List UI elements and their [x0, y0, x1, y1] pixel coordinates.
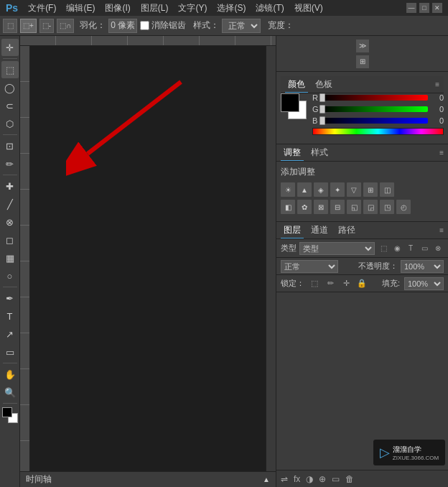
panel-expand-btn[interactable]: ⊞ — [356, 55, 369, 68]
r-slider[interactable] — [322, 95, 428, 101]
crop-tool[interactable]: ⊡ — [1, 137, 19, 154]
color-panel-options[interactable]: ≡ — [435, 80, 439, 88]
adjustments-tab[interactable]: 调整 — [281, 145, 304, 161]
color-tab[interactable]: 颜色 — [285, 77, 308, 93]
hsl-adj-icon[interactable]: ⊞ — [363, 182, 378, 197]
menu-layer[interactable]: 图层(L) — [136, 1, 173, 16]
add-mask-btn[interactable]: ◑ — [306, 474, 313, 484]
photofilter-adj-icon[interactable]: ✿ — [297, 200, 312, 214]
r-thumb[interactable] — [319, 93, 325, 102]
colorlookup-adj-icon[interactable]: ⊟ — [330, 200, 345, 214]
maximize-button[interactable]: □ — [419, 3, 429, 13]
adjustments-body: 添加调整 ☀ ▲ ◈ ✦ ▽ ⊞ ◫ ◧ ✿ ⊠ ⊟ ◱ ◲ ◳ — [276, 162, 448, 221]
selectivecolor-adj-icon[interactable]: ◴ — [396, 200, 411, 214]
menu-file[interactable]: 文件(F) — [24, 1, 60, 16]
b-slider[interactable] — [322, 118, 428, 124]
vibrance-adj-icon[interactable]: ▽ — [347, 182, 361, 197]
add-selection-btn[interactable]: ⬚+ — [20, 19, 37, 33]
add-style-btn[interactable]: fx — [294, 474, 300, 484]
lock-pixels-icon[interactable]: ✏ — [325, 278, 336, 289]
exposure-adj-icon[interactable]: ✦ — [330, 182, 345, 197]
ps-logo: Ps — [6, 2, 18, 14]
zoom-tool[interactable]: 🔍 — [1, 384, 19, 401]
gradient-tool[interactable]: ▦ — [1, 249, 19, 266]
delete-layer-btn[interactable]: 🗑 — [345, 474, 354, 484]
feather-input[interactable] — [108, 19, 137, 33]
lock-transparent-icon[interactable]: ⬚ — [309, 278, 320, 289]
pen-tool[interactable]: ✒ — [1, 289, 19, 307]
channels-tab[interactable]: 通道 — [308, 223, 331, 238]
adjustments-panel-options[interactable]: ≡ — [439, 149, 444, 157]
filter-kind-select[interactable]: 类型 — [299, 242, 375, 255]
minimize-button[interactable]: — — [406, 3, 416, 13]
b-thumb[interactable] — [319, 116, 325, 125]
opacity-select[interactable]: 100% — [401, 260, 444, 273]
menu-filter[interactable]: 滤镜(T) — [251, 1, 288, 16]
new-selection-btn[interactable]: ⬚ — [3, 19, 17, 33]
menu-image[interactable]: 图像(I) — [101, 1, 134, 16]
paths-tab[interactable]: 路径 — [335, 223, 358, 238]
lock-all-icon[interactable]: 🔒 — [356, 278, 368, 289]
g-value: 0 — [431, 105, 444, 113]
levels-adj-icon[interactable]: ▲ — [297, 182, 312, 197]
menu-view[interactable]: 视图(V) — [290, 1, 327, 16]
fg-color-swatch[interactable] — [2, 407, 12, 417]
eyedropper-tool[interactable]: ✏ — [1, 155, 19, 172]
menu-select[interactable]: 选择(S) — [213, 1, 250, 16]
panel-collapse-btn[interactable]: ≫ — [356, 40, 369, 52]
clone-tool[interactable]: ⊗ — [1, 213, 19, 231]
posterize-adj-icon[interactable]: ◲ — [363, 200, 378, 214]
move-tool[interactable]: ✛ — [1, 39, 19, 56]
bw-adj-icon[interactable]: ◧ — [281, 200, 295, 214]
lock-position-icon[interactable]: ✛ — [340, 278, 352, 289]
foreground-swatch[interactable] — [281, 93, 299, 112]
quick-select-tool[interactable]: ⬡ — [1, 115, 19, 132]
brush-tool[interactable]: ╱ — [1, 195, 19, 213]
path-select-tool[interactable]: ↗ — [1, 325, 19, 343]
swatches-tab[interactable]: 色板 — [312, 77, 335, 92]
brightness-adj-icon[interactable]: ☀ — [281, 182, 295, 197]
marquee-ellipse-tool[interactable]: ◯ — [1, 79, 19, 96]
blend-mode-select[interactable]: 正常 — [281, 260, 338, 273]
link-layers-btn[interactable]: ⇌ — [281, 474, 288, 484]
healing-tool[interactable]: ✚ — [1, 177, 19, 195]
canvas[interactable] — [30, 46, 266, 471]
scrollbar-vertical[interactable] — [266, 46, 276, 471]
channelmix-adj-icon[interactable]: ⊠ — [314, 200, 328, 214]
filter-icons: ⬚ ◉ T ▭ ⊗ — [378, 243, 444, 254]
eraser-tool[interactable]: ◻ — [1, 231, 19, 249]
g-slider[interactable] — [322, 106, 428, 112]
menu-type[interactable]: 文字(Y) — [174, 1, 211, 16]
subtract-selection-btn[interactable]: ⬚- — [39, 19, 54, 33]
timeline-expand-btn[interactable]: ▲ — [263, 476, 270, 483]
dodge-tool[interactable]: ○ — [1, 267, 19, 284]
filter-shape-icon[interactable]: ▭ — [419, 243, 430, 254]
spectrum-bar[interactable] — [312, 128, 444, 135]
threshold-adj-icon[interactable]: ◳ — [380, 200, 394, 214]
curves-adj-icon[interactable]: ◈ — [314, 182, 328, 197]
layers-tab[interactable]: 图层 — [281, 223, 304, 238]
new-layer-btn[interactable]: ▭ — [332, 474, 340, 484]
filter-smart-icon[interactable]: ⊗ — [432, 243, 444, 254]
style-select[interactable]: 正常 — [222, 19, 261, 33]
styles-tab[interactable]: 样式 — [308, 145, 331, 160]
filter-pixel-icon[interactable]: ⬚ — [378, 243, 389, 254]
new-group-btn[interactable]: ⊕ — [319, 474, 326, 484]
antialiased-checkbox[interactable] — [140, 21, 149, 30]
marquee-rect-tool[interactable]: ⬚ — [1, 61, 19, 78]
colbal-adj-icon[interactable]: ◫ — [380, 182, 394, 197]
menu-edit[interactable]: 编辑(E) — [62, 1, 99, 16]
filter-adjust-icon[interactable]: ◉ — [391, 243, 403, 254]
options-bar: ⬚ ⬚+ ⬚- ⬚∩ 羽化： 消除锯齿 样式： 正常 宽度： — [0, 16, 448, 36]
lasso-tool[interactable]: ⊂ — [1, 97, 19, 114]
intersect-selection-btn[interactable]: ⬚∩ — [57, 19, 74, 33]
type-tool[interactable]: T — [1, 307, 19, 325]
shape-tool[interactable]: ▭ — [1, 343, 19, 361]
g-thumb[interactable] — [319, 105, 325, 113]
invert-adj-icon[interactable]: ◱ — [347, 200, 361, 214]
close-button[interactable]: ✕ — [432, 3, 442, 13]
fill-select[interactable]: 100% — [404, 277, 444, 290]
hand-tool[interactable]: ✋ — [1, 366, 19, 383]
layers-panel-options[interactable]: ≡ — [439, 226, 444, 234]
filter-type-icon[interactable]: T — [405, 243, 416, 254]
